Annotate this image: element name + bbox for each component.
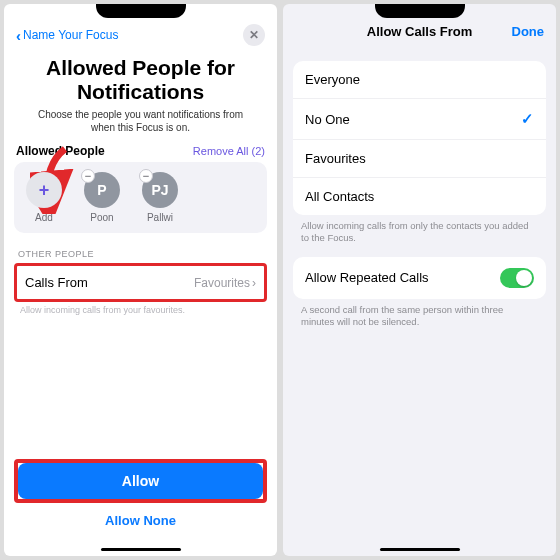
remove-all-button[interactable]: Remove All (2) xyxy=(193,145,265,157)
options-helper: Allow incoming calls from only the conta… xyxy=(283,215,556,245)
calls-options-group: Everyone No One ✓ Favourites All Contact… xyxy=(293,61,546,215)
screen-allow-calls-from: Allow Calls From Done Everyone No One ✓ … xyxy=(283,4,556,556)
page-title: Allow Calls From xyxy=(367,24,472,39)
calls-from-helper: Allow incoming calls from your favourite… xyxy=(4,302,277,315)
option-everyone[interactable]: Everyone xyxy=(293,61,546,99)
back-label: Name Your Focus xyxy=(23,28,118,42)
repeated-calls-label: Allow Repeated Calls xyxy=(305,270,429,285)
calls-from-row[interactable]: Calls From Favourites › xyxy=(14,263,267,302)
page-subtitle: Choose the people you want notifications… xyxy=(4,104,277,144)
remove-icon[interactable]: − xyxy=(81,169,95,183)
option-label: Favourites xyxy=(305,151,366,166)
calls-from-value: Favourites xyxy=(194,276,250,290)
add-label: Add xyxy=(35,212,53,223)
add-person-button[interactable]: + Add xyxy=(20,172,68,223)
person-item[interactable]: −PJ Pallwi xyxy=(136,172,184,223)
bottom-actions: Allow Allow None xyxy=(4,459,277,556)
done-button[interactable]: Done xyxy=(512,24,545,39)
repeated-helper: A second call from the same person withi… xyxy=(283,299,556,329)
option-label: All Contacts xyxy=(305,189,374,204)
close-icon: ✕ xyxy=(249,28,259,42)
chevron-right-icon: › xyxy=(252,276,256,290)
option-all-contacts[interactable]: All Contacts xyxy=(293,178,546,215)
page-title: Allowed People for Notifications xyxy=(4,52,277,104)
calls-from-label: Calls From xyxy=(25,275,88,290)
person-name: Poon xyxy=(90,212,113,223)
option-label: No One xyxy=(305,112,350,127)
toggle-knob xyxy=(516,270,532,286)
allow-none-button[interactable]: Allow None xyxy=(14,503,267,528)
annotation-highlight: Allow xyxy=(14,459,267,503)
repeated-calls-group: Allow Repeated Calls xyxy=(293,257,546,299)
remove-icon[interactable]: − xyxy=(139,169,153,183)
allow-button[interactable]: Allow xyxy=(18,463,263,499)
allowed-label: Allowed People xyxy=(16,144,105,158)
avatar-initial: P xyxy=(97,182,106,198)
chevron-left-icon: ‹ xyxy=(16,27,21,44)
option-favourites[interactable]: Favourites xyxy=(293,140,546,178)
avatar-initial: PJ xyxy=(151,182,168,198)
option-label: Everyone xyxy=(305,72,360,87)
person-name: Pallwi xyxy=(147,212,173,223)
allowed-section-header: Allowed People Remove All (2) xyxy=(4,144,277,162)
option-no-one[interactable]: No One ✓ xyxy=(293,99,546,140)
home-indicator xyxy=(380,548,460,551)
person-item[interactable]: −P Poon xyxy=(78,172,126,223)
screen-allowed-people: ‹ Name Your Focus ✕ Allowed People for N… xyxy=(4,4,277,556)
repeated-calls-row: Allow Repeated Calls xyxy=(293,257,546,299)
other-people-header: OTHER PEOPLE xyxy=(4,233,277,263)
device-notch xyxy=(96,4,186,18)
device-notch xyxy=(375,4,465,18)
close-button[interactable]: ✕ xyxy=(243,24,265,46)
back-button[interactable]: ‹ Name Your Focus xyxy=(16,27,118,44)
plus-icon: + xyxy=(39,180,50,201)
checkmark-icon: ✓ xyxy=(521,110,534,128)
allowed-people-card: + Add −P Poon −PJ Pallwi xyxy=(14,162,267,233)
home-indicator xyxy=(101,548,181,551)
repeated-calls-toggle[interactable] xyxy=(500,268,534,288)
